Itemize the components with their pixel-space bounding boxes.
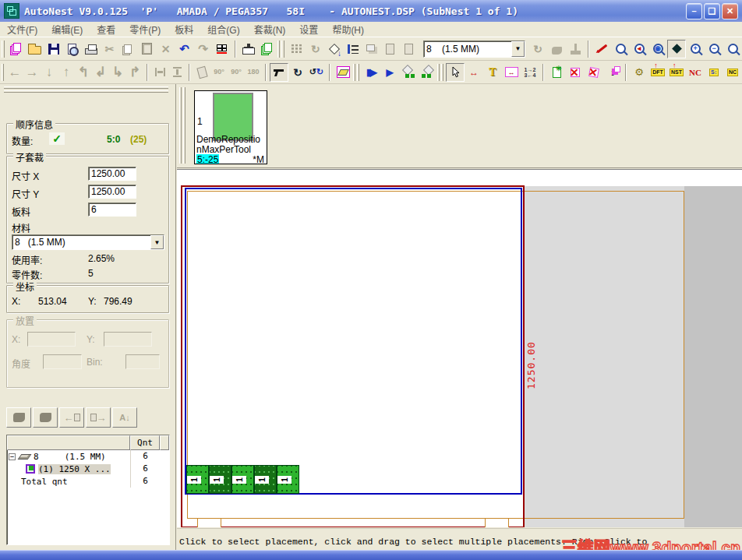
rotate-page-button[interactable] xyxy=(193,63,210,82)
dft-export-button[interactable]: ↑DFT xyxy=(648,63,667,82)
rotate-step-button[interactable]: ↺↻ xyxy=(307,63,326,82)
first-part-button[interactable] xyxy=(6,407,31,428)
select-tool-button[interactable] xyxy=(446,63,465,82)
nst-export-button[interactable]: ↑NST xyxy=(667,63,686,82)
zoom-previous-button[interactable]: ◂ xyxy=(630,40,648,58)
menu-view[interactable]: 查看 xyxy=(90,21,122,37)
move-right-button[interactable]: → xyxy=(23,63,41,82)
material-combobox[interactable]: 8 (1.5 MM) ▼ xyxy=(423,41,525,58)
undo-button[interactable]: ↶ xyxy=(175,40,194,58)
zoom-window-button[interactable] xyxy=(611,40,630,58)
clear-button[interactable] xyxy=(566,40,585,58)
move-left-button[interactable]: ← xyxy=(6,63,23,82)
table-row-total[interactable]: Total qnt 6 xyxy=(7,475,169,488)
print-button[interactable] xyxy=(82,40,101,58)
table-header-name[interactable] xyxy=(7,435,130,450)
last-part-button[interactable] xyxy=(33,407,58,428)
part-info-button[interactable]: i xyxy=(603,63,622,82)
part-card[interactable]: 1 DemoRepositio nMaxPerTool 5:-25 *M xyxy=(194,90,267,164)
place-x-field[interactable] xyxy=(27,332,76,347)
prev-part-button[interactable]: ← xyxy=(59,407,84,428)
combobox-dropdown-button[interactable]: ▼ xyxy=(511,41,525,57)
part-gray-button[interactable] xyxy=(547,40,566,58)
close-button[interactable]: ✕ xyxy=(722,3,738,19)
dimension-button[interactable]: ↔ xyxy=(502,63,521,82)
menu-nest[interactable]: 套裁(N) xyxy=(247,21,293,37)
placed-part[interactable]: 1 xyxy=(231,465,254,494)
toolbar-grip[interactable] xyxy=(2,41,5,58)
minimize-button[interactable]: – xyxy=(686,3,702,19)
print-preview-button[interactable] xyxy=(63,40,82,58)
menu-file[interactable]: 文件(F) xyxy=(0,21,44,37)
regenerate-button[interactable]: ↻ xyxy=(306,40,325,58)
material-select-arrow[interactable]: ▼ xyxy=(150,235,164,249)
rotate-180-button[interactable]: 180 xyxy=(245,63,262,82)
delete-all-parts-button[interactable]: ✕ xyxy=(585,63,603,82)
cut-button[interactable]: ✂ xyxy=(101,40,119,58)
move-down-button[interactable]: ↓ xyxy=(41,63,58,82)
menu-combine[interactable]: 组合(G) xyxy=(200,21,246,37)
table-header-qnt[interactable]: Qnt xyxy=(130,435,160,450)
zoom-all-button[interactable]: ◉ xyxy=(648,40,667,58)
panel-grip[interactable] xyxy=(4,86,168,89)
sheets-field[interactable]: 6 xyxy=(88,203,136,217)
sort-button[interactable]: A↓ xyxy=(112,407,137,428)
placed-part[interactable]: 1 xyxy=(186,465,209,494)
strip-grip[interactable] xyxy=(179,87,182,164)
menu-part[interactable]: 零件(P) xyxy=(122,21,168,37)
refresh-button[interactable]: ↻ xyxy=(528,40,547,58)
turret-button[interactable] xyxy=(239,40,258,58)
toolbar-grip2[interactable] xyxy=(2,64,4,81)
redo-button[interactable]: ↷ xyxy=(194,40,213,58)
taskbar-edge[interactable] xyxy=(0,550,742,560)
place-y-field[interactable] xyxy=(104,332,152,347)
window-button[interactable] xyxy=(362,40,381,58)
angle-field[interactable] xyxy=(43,354,82,369)
sequence-nc-button[interactable]: S↕ xyxy=(705,63,723,82)
delete-part-button[interactable]: ✕ xyxy=(566,63,585,82)
menu-settings[interactable]: 设置 xyxy=(292,21,325,37)
collapse-icon[interactable]: − xyxy=(9,453,16,460)
save-button[interactable] xyxy=(44,40,63,58)
placed-part[interactable]: 1 xyxy=(277,465,299,494)
placed-part[interactable]: 1 xyxy=(209,465,231,494)
auto-nest-button[interactable] xyxy=(399,63,418,82)
pattern-button[interactable] xyxy=(288,40,306,58)
bin-field[interactable] xyxy=(125,354,160,369)
sheet-page-button[interactable] xyxy=(381,40,400,58)
open-button[interactable] xyxy=(26,40,44,58)
nesting-canvas[interactable]: 1250.00 1 1 1 1 1 xyxy=(177,169,742,527)
zoom-in-button[interactable]: + xyxy=(686,40,705,58)
table-row-sheet[interactable]: (1) 1250 X ... 6 xyxy=(7,463,169,475)
redraw-button[interactable] xyxy=(592,40,611,58)
tool-assign-button[interactable]: ⚙ xyxy=(630,63,648,82)
move-up-button[interactable]: ↑ xyxy=(58,63,75,82)
zoom-dynamic-button[interactable] xyxy=(723,40,742,58)
sequence-button[interactable]: 1→23←4 xyxy=(521,63,539,82)
nc-button[interactable]: NC xyxy=(686,63,705,82)
run-all-button[interactable]: ▮▶ xyxy=(362,63,380,82)
align-h-button[interactable] xyxy=(151,63,168,82)
new-button[interactable] xyxy=(7,40,26,58)
table-row-material[interactable]: −8 (1.5 MM) 6 xyxy=(7,450,169,463)
rotate-90ccw-button[interactable]: 90° xyxy=(210,63,228,82)
auto-nest-all-button[interactable] xyxy=(418,63,436,82)
zoom-out-button[interactable]: − xyxy=(705,40,723,58)
size-x-field[interactable]: 1250.00 xyxy=(88,167,136,181)
panel-grip2[interactable] xyxy=(4,90,168,93)
new-part-button[interactable]: ✳ xyxy=(547,63,566,82)
shoot-tool-button[interactable] xyxy=(270,63,288,82)
run-button[interactable]: ▶ xyxy=(380,63,399,82)
pan-button[interactable] xyxy=(667,40,686,58)
rotate-90cw-button[interactable]: 90° xyxy=(228,63,245,82)
placed-part[interactable]: 1 xyxy=(254,465,277,494)
grid-button[interactable] xyxy=(213,40,231,58)
maximize-button[interactable]: ❑ xyxy=(704,3,720,19)
list-button[interactable] xyxy=(344,40,362,58)
align-v-button[interactable] xyxy=(168,63,186,82)
eraser-button[interactable] xyxy=(334,63,352,82)
rotate-tool-button[interactable]: ↻ xyxy=(288,63,307,82)
part-flow-button[interactable]: ↓ xyxy=(325,40,344,58)
material-select[interactable]: 8 (1.5 MM) ▼ xyxy=(12,234,164,250)
measure-button[interactable]: ↔ xyxy=(465,63,483,82)
